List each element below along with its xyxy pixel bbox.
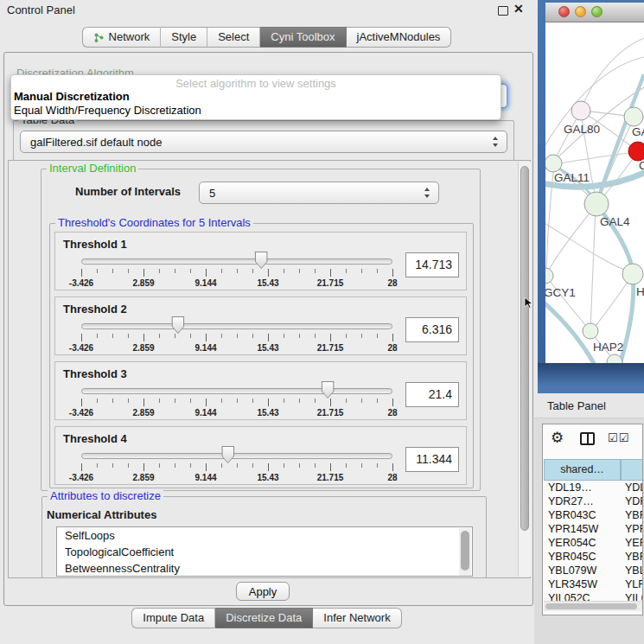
table-horizontal-scrollbar-thumb[interactable]: [545, 603, 637, 609]
threshold-2-value-field[interactable]: 6.316: [405, 317, 459, 342]
slider-handle[interactable]: [255, 252, 268, 269]
cell[interactable]: YER0: [620, 536, 643, 550]
network-graph[interactable]: GAL80 GA C GAL11 GAL4 GCY1 H HAP2: [545, 22, 644, 363]
table-horizontal-scrollbar[interactable]: [544, 601, 642, 611]
column-header-name[interactable]: n…: [621, 459, 643, 481]
cyni-toolbox-panel: Discretization Algorithm Table Data galF…: [3, 52, 533, 606]
cell[interactable]: YDR27…: [544, 494, 620, 508]
thresholds-group-label: Threshold's Coordinates for 5 Intervals: [55, 217, 253, 228]
table-row[interactable]: YBR045CYBR0: [544, 550, 643, 564]
cell[interactable]: YPR1: [620, 522, 643, 536]
network-node-gal80[interactable]: [571, 101, 590, 120]
slider-handle[interactable]: [322, 381, 335, 399]
numerical-attributes-list[interactable]: SelfLoops TopologicalCoefficient Between…: [56, 526, 473, 577]
slider-handle[interactable]: [221, 446, 234, 463]
table-row[interactable]: YBR043CYBR0: [544, 508, 643, 522]
network-node-red-selected[interactable]: [628, 142, 644, 161]
cell[interactable]: YDL19…: [544, 481, 620, 494]
table-row[interactable]: YBL079WYBL0: [544, 564, 643, 577]
network-node-partial-bottom[interactable]: [607, 354, 622, 363]
cell[interactable]: YDR2: [620, 494, 643, 508]
cell[interactable]: YBR043C: [544, 508, 620, 522]
slider-track[interactable]: [81, 453, 392, 459]
tab-jactivemnodules[interactable]: jActiveMNodules: [347, 27, 452, 48]
table-row[interactable]: YPR145WYPR1: [544, 522, 643, 536]
dropdown-option-manual[interactable]: Manual Discretization: [14, 90, 130, 103]
cell[interactable]: YLR3: [620, 577, 643, 591]
cell[interactable]: YLR345W: [544, 577, 620, 591]
network-node-partial-top-right[interactable]: [624, 107, 643, 126]
close-icon[interactable]: ✕: [513, 2, 524, 16]
tab-style[interactable]: Style: [161, 27, 207, 48]
threshold-4-value-field[interactable]: 11.344: [405, 447, 459, 472]
cell[interactable]: YER054C: [544, 536, 620, 550]
tab-select[interactable]: Select: [207, 27, 260, 48]
tab-label: Style: [171, 27, 196, 48]
cell[interactable]: YBL079W: [544, 564, 620, 577]
split-columns-icon[interactable]: [580, 432, 595, 445]
threshold-4-slider[interactable]: -3.426 2.859 9.144 15.43 21.715 28: [81, 427, 393, 486]
close-traffic-light[interactable]: [558, 6, 570, 17]
dropdown-option-equal-width[interactable]: Equal Width/Frequency Discretization: [14, 104, 201, 117]
numerical-attributes-label: Numerical Attributes: [47, 508, 156, 521]
number-of-intervals-value: 5: [209, 187, 215, 200]
zoom-traffic-light[interactable]: [591, 6, 603, 17]
scale-label: 2.859: [132, 408, 154, 418]
cell[interactable]: YDL1: [620, 481, 643, 494]
network-node-gcy1[interactable]: [545, 268, 553, 284]
threshold-3-value-field[interactable]: 21.4: [405, 382, 459, 407]
cell[interactable]: YBR045C: [544, 550, 620, 564]
list-item[interactable]: SelfLoops: [57, 527, 472, 544]
slider-track[interactable]: [81, 388, 392, 394]
network-canvas[interactable]: GAL80 GA C GAL11 GAL4 GCY1 H HAP2: [545, 22, 644, 363]
threshold-1-value-field[interactable]: 14.713: [405, 252, 459, 277]
scale-label: 28: [387, 343, 397, 353]
apply-button[interactable]: Apply: [236, 582, 290, 601]
table-row[interactable]: YER054CYER0: [544, 536, 643, 550]
network-window-titlebar[interactable]: [545, 3, 644, 22]
table-row[interactable]: YLR345WYLR3: [544, 577, 643, 591]
number-of-intervals-label: Number of Intervals: [75, 185, 181, 198]
node-label-partial: C: [639, 159, 644, 172]
minimize-traffic-light[interactable]: [575, 6, 586, 17]
network-node-hap2[interactable]: [583, 323, 598, 339]
cell[interactable]: YBL0: [620, 564, 643, 577]
cell[interactable]: YBR0: [620, 508, 643, 522]
tab-network[interactable]: Network: [82, 27, 162, 48]
gear-icon[interactable]: ⚙: [551, 429, 564, 447]
checkbox-icons[interactable]: ☑☑: [608, 431, 629, 444]
float-window-icon[interactable]: [498, 6, 508, 16]
table-data-combo[interactable]: galFiltered.sif default node: [20, 131, 507, 153]
table-row[interactable]: YDR27…YDR2: [544, 494, 643, 508]
slider-track[interactable]: [81, 323, 392, 329]
list-scrollbar[interactable]: [459, 528, 471, 577]
list-scrollbar-thumb[interactable]: [461, 531, 469, 571]
threshold-3-slider[interactable]: -3.426 2.859 9.144 15.43 21.715 28: [81, 362, 393, 421]
network-node-gal11[interactable]: [545, 155, 562, 172]
network-window-bottom-frame: [538, 363, 644, 393]
threshold-2-slider[interactable]: -3.426 2.859 9.144 15.43 21.715 28: [81, 297, 393, 356]
tab-cyni-toolbox[interactable]: Cyni Toolbox: [260, 27, 346, 48]
network-node-gal4[interactable]: [584, 192, 609, 216]
scale-label: 15.43: [257, 278, 278, 288]
tab-impute-data[interactable]: Impute Data: [131, 608, 215, 628]
scale-label: -3.426: [69, 408, 93, 418]
tab-discretize-data[interactable]: Discretize Data: [215, 608, 313, 628]
viewport-scrollbar[interactable]: [518, 162, 531, 577]
network-node-h[interactable]: [622, 264, 643, 284]
table-panel-title: Table Panel: [547, 399, 606, 412]
slider-handle[interactable]: [171, 316, 184, 334]
list-item[interactable]: TopologicalCoefficient: [57, 544, 472, 560]
threshold-2-panel: Threshold 2 -3.426 2.859 9.144 15.43 21.…: [54, 296, 467, 355]
viewport-scrollbar-thumb[interactable]: [520, 166, 529, 531]
list-item[interactable]: BetweennessCentrality: [57, 560, 472, 577]
cell[interactable]: YPR145W: [544, 522, 620, 536]
column-header-shared[interactable]: shared…: [544, 459, 621, 481]
table-row[interactable]: YDL19…YDL1: [544, 481, 643, 494]
number-of-intervals-combo[interactable]: 5: [199, 182, 439, 204]
slider-track[interactable]: [81, 258, 392, 265]
threshold-1-slider[interactable]: -3.426 2.859 9.144 15.43 21.715 28: [81, 233, 393, 291]
tab-infer-network[interactable]: Infer Network: [313, 608, 401, 628]
attributes-group-label: Attributes to discretize: [48, 490, 163, 501]
cell[interactable]: YBR0: [620, 550, 643, 564]
